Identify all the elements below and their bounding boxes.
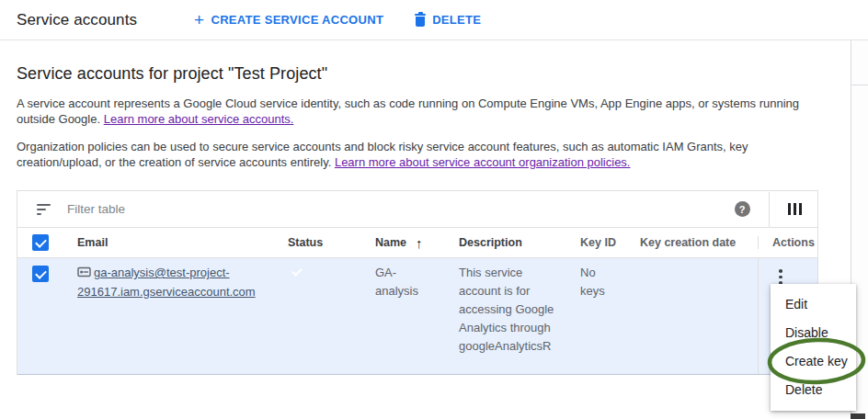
table-row[interactable]: ga-analysis@test-project-291617.iam.gser… <box>17 257 817 375</box>
scrollbar-thumb[interactable] <box>851 413 865 419</box>
create-service-account-label: CREATE SERVICE ACCOUNT <box>211 13 383 27</box>
delete-label: DELETE <box>432 13 481 27</box>
menu-item-edit[interactable]: Edit <box>771 290 856 319</box>
section-heading: Service accounts for project "Test Proje… <box>17 64 851 84</box>
filter-bar: ? <box>17 191 817 228</box>
sort-ascending-icon: ↑ <box>416 235 423 251</box>
row-name-cell: GA-analysis <box>359 258 442 374</box>
filter-icon <box>37 204 51 215</box>
column-header-name-label: Name <box>375 236 406 249</box>
column-header-status[interactable]: Status <box>271 236 359 249</box>
service-account-email: ga-analysis@test-project-291617.iam.gser… <box>77 266 256 299</box>
service-account-name: GA-analysis <box>375 264 427 300</box>
column-header-actions: Actions <box>758 236 817 249</box>
select-all-checkbox[interactable] <box>32 234 49 251</box>
learn-more-org-policies-link[interactable]: Learn more about service account organiz… <box>335 155 631 169</box>
column-header-description[interactable]: Description <box>442 236 564 249</box>
service-accounts-table: ? Email Status Name ↑ Description Key ID… <box>17 190 818 375</box>
menu-item-disable[interactable]: Disable <box>771 319 856 347</box>
create-service-account-button[interactable]: + CREATE SERVICE ACCOUNT <box>194 13 383 27</box>
column-header-key-id[interactable]: Key ID <box>564 236 623 249</box>
row-email-cell: ga-analysis@test-project-291617.iam.gser… <box>61 258 271 374</box>
plus-icon: + <box>194 14 204 27</box>
service-account-description: This service account is for accessing Go… <box>459 264 556 356</box>
row-select-cell <box>17 258 61 374</box>
table-header-row: Email Status Name ↑ Description Key ID K… <box>17 228 817 257</box>
filter-bar-divider <box>769 192 770 227</box>
learn-more-service-accounts-link[interactable]: Learn more about service accounts. <box>104 112 294 126</box>
help-icon[interactable]: ? <box>735 201 750 217</box>
page-title: Service accounts <box>17 11 137 29</box>
menu-item-delete[interactable]: Delete <box>771 376 856 404</box>
intro-paragraph: A service account represents a Google Cl… <box>17 96 824 127</box>
service-account-icon <box>77 265 91 283</box>
filter-table-input[interactable] <box>67 202 735 216</box>
column-header-name[interactable]: Name ↑ <box>359 235 442 251</box>
menu-item-create-key[interactable]: Create key <box>771 347 856 376</box>
delete-button[interactable]: DELETE <box>415 13 481 27</box>
select-all-cell <box>17 234 61 251</box>
service-account-email-link[interactable]: ga-analysis@test-project-291617.iam.gser… <box>77 264 272 301</box>
row-status-cell <box>271 258 359 374</box>
actions-context-menu: Edit Disable Create key Delete <box>771 284 856 411</box>
row-key-creation-date-cell <box>623 258 758 374</box>
org-policy-paragraph: Organization policies can be used to sec… <box>17 139 824 170</box>
row-key-id-cell: No keys <box>564 258 623 374</box>
main-content: Service accounts for project "Test Proje… <box>0 64 868 375</box>
column-header-key-creation-date[interactable]: Key creation date <box>623 236 758 249</box>
page-header: Service accounts + CREATE SERVICE ACCOUN… <box>0 0 868 40</box>
more-actions-icon[interactable] <box>779 269 782 285</box>
column-header-email[interactable]: Email <box>61 236 271 249</box>
row-checkbox[interactable] <box>32 266 49 282</box>
column-display-icon[interactable] <box>788 203 803 215</box>
key-id-value: No keys <box>580 264 621 300</box>
row-description-cell: This service account is for accessing Go… <box>442 258 564 374</box>
trash-icon <box>415 14 426 27</box>
